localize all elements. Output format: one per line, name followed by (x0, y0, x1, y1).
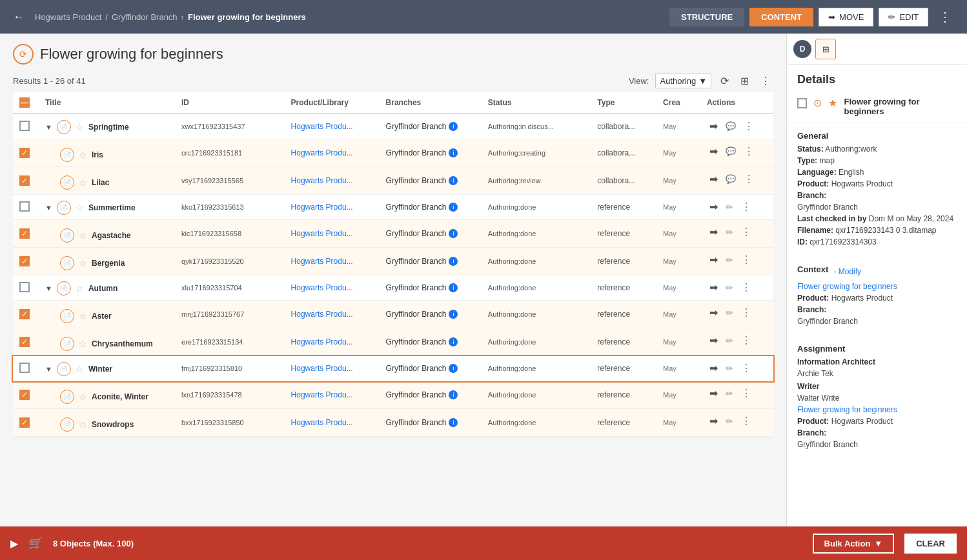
view-select[interactable]: Authoring ▼ (655, 74, 711, 88)
row-checkbox[interactable]: ✓ (19, 417, 30, 428)
row-more-button[interactable]: ⋮ (738, 305, 754, 320)
star-button[interactable]: ☆ (79, 150, 87, 160)
item-star-icon[interactable]: ★ (828, 97, 837, 109)
row-comment-button[interactable]: 💬 (723, 145, 738, 157)
row-edit-button[interactable]: ✏ (723, 362, 736, 375)
row-checkbox[interactable] (19, 121, 30, 131)
row-more-button[interactable]: ⋮ (738, 199, 754, 214)
row-checkbox[interactable] (19, 282, 30, 292)
row-checkbox[interactable]: ✓ (19, 390, 30, 400)
star-button[interactable]: ☆ (79, 230, 87, 241)
row-product[interactable]: Hogwarts Produ... (291, 122, 353, 131)
row-move-button[interactable]: ➡ (707, 225, 720, 239)
row-product[interactable]: Hogwarts Produ... (291, 229, 353, 238)
row-move-button[interactable]: ➡ (707, 172, 720, 186)
expand-button[interactable]: ▼ (45, 365, 52, 373)
branch-info-icon[interactable]: i (449, 337, 458, 346)
row-more-button[interactable]: ⋮ (738, 361, 754, 375)
row-move-button[interactable]: ➡ (707, 119, 720, 134)
row-product[interactable]: Hogwarts Produ... (291, 310, 353, 319)
writer-map-anchor[interactable]: Flower growing for beginners (797, 405, 897, 414)
branch-info-icon[interactable]: i (449, 229, 458, 238)
row-comment-button[interactable]: 💬 (723, 173, 738, 185)
context-modify-link[interactable]: - Modify (833, 267, 861, 276)
breadcrumb-root[interactable]: Hogwarts Product (35, 12, 101, 22)
row-move-button[interactable]: ➡ (707, 144, 720, 159)
panel-tab-icon[interactable]: ⊞ (815, 39, 836, 59)
row-move-button[interactable]: ➡ (707, 361, 720, 375)
star-button[interactable]: ☆ (79, 177, 87, 188)
row-more-button[interactable]: ⋮ (741, 119, 757, 134)
bulk-action-button[interactable]: Bulk Action ▼ (813, 534, 895, 554)
row-product[interactable]: Hogwarts Produ... (291, 257, 353, 266)
branch-info-icon[interactable]: i (449, 122, 458, 131)
branch-info-icon[interactable]: i (449, 283, 458, 292)
row-checkbox[interactable]: ✓ (19, 256, 30, 266)
breadcrumb-branch[interactable]: Gryffindor Branch (112, 12, 178, 22)
branch-info-icon[interactable]: i (449, 310, 458, 319)
row-checkbox[interactable]: ✓ (19, 309, 30, 319)
row-product[interactable]: Hogwarts Produ... (291, 203, 353, 212)
select-all-checkbox[interactable]: — (19, 97, 30, 108)
edit-button[interactable]: ✏ EDIT (879, 8, 928, 26)
row-product[interactable]: Hogwarts Produ... (291, 418, 353, 427)
row-product[interactable]: Hogwarts Produ... (291, 337, 353, 346)
row-move-button[interactable]: ➡ (707, 333, 720, 348)
star-button[interactable]: ☆ (79, 392, 87, 402)
row-edit-button[interactable]: ✏ (723, 226, 736, 239)
row-edit-button[interactable]: ✏ (723, 387, 736, 400)
row-more-button[interactable]: ⋮ (738, 386, 754, 401)
content-tab-button[interactable]: CONTENT (749, 8, 813, 26)
star-button[interactable]: ☆ (76, 122, 84, 132)
row-more-button[interactable]: ⋮ (738, 252, 754, 267)
row-checkbox[interactable] (19, 363, 30, 373)
branch-info-icon[interactable]: i (449, 364, 458, 373)
row-product[interactable]: Hogwarts Produ... (291, 283, 353, 292)
row-move-button[interactable]: ➡ (707, 414, 720, 428)
row-edit-button[interactable]: ✏ (723, 306, 736, 319)
branch-info-icon[interactable]: i (449, 418, 458, 427)
row-product[interactable]: Hogwarts Produ... (291, 364, 353, 373)
row-edit-button[interactable]: ✏ (723, 254, 736, 266)
star-button[interactable]: ☆ (79, 419, 87, 430)
row-more-button[interactable]: ⋮ (738, 333, 754, 348)
row-comment-button[interactable]: 💬 (723, 120, 738, 132)
star-button[interactable]: ☆ (76, 364, 84, 374)
row-move-button[interactable]: ➡ (707, 252, 720, 267)
clear-button[interactable]: CLEAR (904, 534, 957, 554)
star-button[interactable]: ☆ (76, 203, 84, 213)
row-move-button[interactable]: ➡ (707, 280, 720, 295)
star-button[interactable]: ☆ (79, 339, 87, 349)
row-move-button[interactable]: ➡ (707, 305, 720, 320)
star-button[interactable]: ☆ (79, 311, 87, 321)
expand-button[interactable]: ▼ (45, 123, 52, 131)
row-checkbox[interactable]: ✓ (19, 228, 30, 239)
more-options-button[interactable]: ⋮ (933, 6, 957, 27)
structure-tab-button[interactable]: STRUCTURE (669, 8, 744, 26)
row-product[interactable]: Hogwarts Produ... (291, 390, 353, 399)
row-product[interactable]: Hogwarts Produ... (291, 148, 353, 157)
expand-button[interactable]: ▼ (45, 285, 52, 292)
move-button[interactable]: ➡ MOVE (819, 8, 873, 26)
row-edit-button[interactable]: ✏ (723, 201, 736, 214)
row-more-button[interactable]: ⋮ (738, 414, 754, 428)
branch-info-icon[interactable]: i (449, 203, 458, 212)
context-map-anchor[interactable]: Flower growing for beginners (797, 282, 897, 291)
star-button[interactable]: ☆ (79, 258, 87, 268)
branch-info-icon[interactable]: i (449, 257, 458, 266)
columns-button[interactable]: ⊞ (738, 74, 751, 88)
row-move-button[interactable]: ➡ (707, 199, 720, 214)
row-edit-button[interactable]: ✏ (723, 334, 736, 347)
row-checkbox[interactable]: ✓ (19, 337, 30, 347)
row-edit-button[interactable]: ✏ (723, 415, 736, 428)
row-move-button[interactable]: ➡ (707, 386, 720, 401)
star-button[interactable]: ☆ (76, 283, 84, 294)
row-checkbox[interactable]: ✓ (19, 148, 30, 158)
branch-info-icon[interactable]: i (449, 390, 458, 399)
row-product[interactable]: Hogwarts Produ... (291, 176, 353, 185)
row-more-button[interactable]: ⋮ (738, 225, 754, 239)
row-checkbox[interactable]: ✓ (19, 175, 30, 186)
row-more-button[interactable]: ⋮ (738, 280, 754, 295)
refresh-button[interactable]: ⟳ (718, 74, 731, 88)
row-more-button[interactable]: ⋮ (741, 172, 757, 186)
